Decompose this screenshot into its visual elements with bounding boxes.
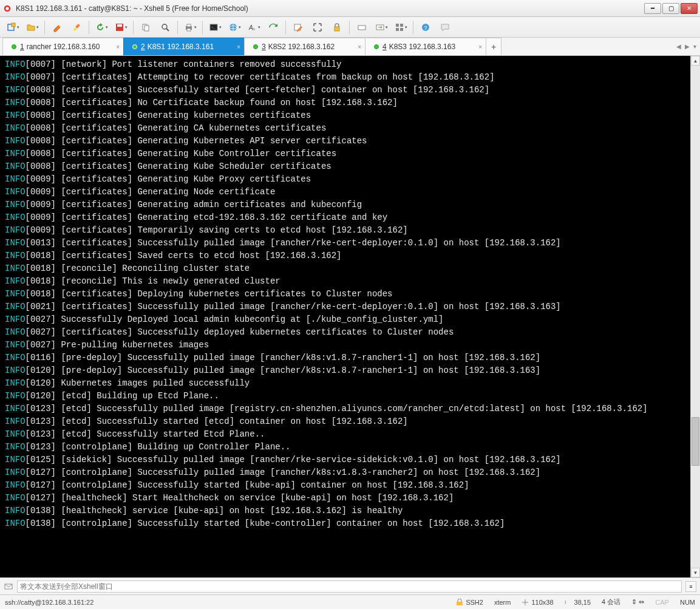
scroll-thumb[interactable]: [692, 417, 699, 466]
properties-icon[interactable]: [48, 19, 66, 35]
tab-nav: ◀ ▶ ▾: [675, 38, 698, 55]
terminal-output[interactable]: INFO[0007] [network] Port listener conta…: [0, 56, 690, 577]
tab-label: K8S1 192.168.3.161: [148, 43, 214, 51]
log-line: INFO[0018] [certificates] Deploying kube…: [5, 288, 685, 301]
terminal-area: INFO[0007] [network] Port listener conta…: [0, 56, 700, 577]
tile-icon[interactable]: ▾: [392, 19, 410, 35]
scroll-track[interactable]: [691, 66, 700, 568]
status-protocol: SSH2: [456, 599, 483, 606]
tab-close-icon[interactable]: ×: [478, 44, 482, 50]
log-line: INFO[0008] [certificates] Generating Kub…: [5, 135, 685, 148]
log-line: INFO[0127] [controlplane] Successfully s…: [5, 479, 685, 492]
transfer-icon[interactable]: ▾: [372, 19, 390, 35]
log-line: INFO[0027] [certificates] Successfully d…: [5, 326, 685, 339]
send-icon: [4, 582, 13, 591]
status-sessions: 4 会话: [602, 597, 620, 607]
session-tab-4[interactable]: 4K8S3 192.168.3.163×: [365, 38, 486, 55]
log-line: INFO[0027] Pre-pulling kubernetes images: [5, 339, 685, 352]
log-line: INFO[0027] Successfully Deployed local a…: [5, 313, 685, 326]
titlebar: K8S1 192.168.3.161 - catty@K8S1: ~ - Xsh…: [0, 0, 700, 17]
open-icon[interactable]: ▾: [23, 19, 41, 35]
log-line: INFO[0021] [certificates] Successfully p…: [5, 301, 685, 313]
terminal-icon[interactable]: >_▾: [206, 19, 224, 35]
log-line: INFO[0008] [certificates] Generating CA …: [5, 122, 685, 135]
chat-icon[interactable]: [436, 19, 454, 35]
new-session-icon[interactable]: ▾: [4, 19, 22, 35]
lock-icon[interactable]: [328, 19, 346, 35]
connected-dot-icon: [374, 44, 379, 49]
svg-rect-5: [117, 24, 122, 27]
log-line: INFO[0138] [controlplane] Successfully s…: [5, 517, 685, 530]
send-to-all-input[interactable]: [17, 580, 682, 593]
log-line: INFO[0127] [healthcheck] Start Healthche…: [5, 492, 685, 505]
scrollbar[interactable]: ▲ ▼: [690, 56, 700, 577]
tab-number: 2: [141, 43, 145, 51]
save-icon[interactable]: ▾: [112, 19, 130, 35]
log-line: INFO[0120] [pre-deploy] Successfully pul…: [5, 364, 685, 377]
help-icon[interactable]: ?: [416, 19, 435, 35]
log-line: INFO[0008] [certificates] Successfully s…: [5, 84, 685, 97]
tab-label: rancher 192.168.3.160: [27, 43, 100, 51]
tab-prev-icon[interactable]: ◀: [675, 42, 682, 51]
svg-rect-29: [400, 28, 403, 31]
svg-rect-26: [396, 24, 399, 27]
maximize-button[interactable]: ▢: [662, 3, 679, 14]
connected-dot-icon: [132, 44, 137, 49]
tab-menu-icon[interactable]: ▾: [692, 42, 698, 51]
compose-icon[interactable]: [289, 19, 307, 35]
svg-rect-28: [396, 28, 399, 31]
add-tab-button[interactable]: +: [486, 38, 501, 55]
log-line: INFO[0123] [etcd] Successfully started […: [5, 415, 685, 428]
log-line: INFO[0018] [reconcile] This is newly gen…: [5, 275, 685, 288]
log-line: INFO[0018] [reconcile] Reconciling clust…: [5, 262, 685, 275]
scroll-up-icon[interactable]: ▲: [691, 56, 700, 66]
svg-text:?: ?: [424, 25, 427, 31]
log-line: INFO[0009] [certificates] Generating adm…: [5, 199, 685, 211]
log-line: INFO[0008] [certificates] Generating Kub…: [5, 148, 685, 160]
globe-icon[interactable]: ▾: [225, 19, 243, 35]
tab-close-icon[interactable]: ×: [358, 44, 361, 50]
tab-close-icon[interactable]: ×: [237, 44, 240, 50]
status-arrows: ⇕ ⇔: [631, 598, 644, 606]
session-tab-3[interactable]: 3K8S2 192.168.3.162×: [244, 38, 365, 55]
send-menu-button[interactable]: ≡: [685, 581, 696, 592]
svg-rect-7: [144, 26, 149, 31]
highlight-icon[interactable]: [67, 19, 86, 35]
reconnect-icon[interactable]: [264, 19, 282, 35]
font-icon[interactable]: Aa▾: [245, 19, 263, 35]
window-title: K8S1 192.168.3.161 - catty@K8S1: ~ - Xsh…: [16, 4, 644, 13]
svg-text:>_: >_: [211, 26, 216, 29]
log-line: INFO[0138] [healthcheck] service [kube-a…: [5, 505, 685, 517]
status-cap: CAP: [655, 599, 669, 606]
toolbar: ▾ ▾ ▾ ▾ ▾ >_▾ ▾ Aa▾ ▾ ▾ ?: [0, 17, 700, 38]
svg-rect-21: [335, 27, 339, 31]
fullscreen-icon[interactable]: [308, 19, 327, 35]
status-size: 110x38: [522, 599, 553, 606]
session-tab-2[interactable]: 2K8S1 192.168.3.161×: [123, 38, 245, 55]
close-button[interactable]: ✕: [681, 3, 698, 14]
tab-number: 4: [382, 43, 387, 51]
log-line: INFO[0009] [certificates] Generating Kub…: [5, 173, 685, 186]
connected-dot-icon: [12, 44, 16, 49]
print-icon[interactable]: ▾: [181, 19, 199, 35]
tabbar: 1rancher 192.168.3.160×2K8S1 192.168.3.1…: [0, 38, 700, 56]
svg-point-8: [162, 24, 167, 29]
copy-icon[interactable]: [137, 19, 155, 35]
keyboard-icon[interactable]: [353, 19, 371, 35]
log-line: INFO[0013] [certificates] Successfully p…: [5, 237, 685, 250]
log-line: INFO[0009] [certificates] Generating etc…: [5, 211, 685, 224]
refresh-icon[interactable]: ▾: [92, 19, 110, 35]
tab-next-icon[interactable]: ▶: [684, 42, 691, 51]
send-bar: ≡: [0, 577, 700, 594]
log-line: INFO[0123] [etcd] Successfully started E…: [5, 428, 685, 441]
minimize-button[interactable]: ━: [644, 3, 661, 14]
tab-label: K8S3 192.168.3.163: [389, 43, 455, 51]
log-line: INFO[0007] [certificates] Attempting to …: [5, 71, 685, 84]
log-line: INFO[0007] [network] Port listener conta…: [5, 58, 685, 71]
svg-rect-22: [358, 26, 365, 30]
session-tab-1[interactable]: 1rancher 192.168.3.160×: [2, 38, 124, 55]
search-icon[interactable]: [156, 19, 174, 35]
connected-dot-icon: [253, 44, 258, 49]
scroll-down-icon[interactable]: ▼: [691, 568, 700, 577]
tab-close-icon[interactable]: ×: [116, 44, 120, 50]
